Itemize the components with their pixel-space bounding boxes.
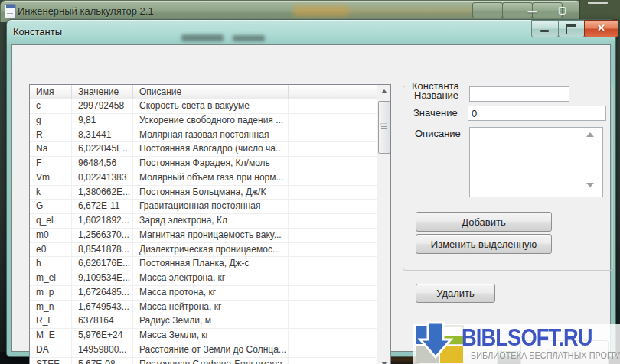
maximize-icon bbox=[566, 24, 576, 34]
cell-value: 6,022045E... bbox=[72, 142, 133, 156]
cell-blank bbox=[289, 358, 377, 364]
blur-blob bbox=[293, 5, 348, 17]
column-header-name[interactable]: Имя bbox=[30, 85, 72, 99]
table-row[interactable]: m_n 1,6749543... Масса нейтрона, кг bbox=[30, 301, 390, 315]
table-row[interactable]: R 8,31441 Молярная газовая постоянная bbox=[30, 128, 390, 143]
cell-desc: Постоянная Планка, Дж-с bbox=[133, 257, 289, 271]
cell-value: 0,02241383 bbox=[72, 171, 133, 185]
column-header-value[interactable]: Значение bbox=[72, 85, 133, 99]
background-window-controls: — ▢ ✕ bbox=[473, 2, 563, 18]
cell-desc: Постоянная Авогадро (число ча... bbox=[133, 142, 289, 156]
cell-value: 299792458 bbox=[72, 99, 133, 113]
table-row[interactable]: G 6,672E-11 Гравитационная постоянная bbox=[30, 200, 390, 214]
biblsoft-logo-icon bbox=[415, 320, 465, 364]
cell-value: 6,626176E... bbox=[72, 257, 133, 271]
cell-value: 6,672E-11 bbox=[72, 200, 133, 213]
cell-value: 1,6726485... bbox=[72, 286, 133, 300]
textarea-scroll-down-icon[interactable] bbox=[586, 183, 594, 187]
watermark-brand-text: BIBLSOFT.RU bbox=[462, 324, 605, 352]
cell-value: 5,67E-08 bbox=[72, 358, 133, 364]
cell-value: 96484,56 bbox=[72, 157, 133, 171]
blurred-menu-item bbox=[181, 34, 224, 41]
cell-desc: Ускорение свободного падения ... bbox=[133, 114, 289, 128]
cell-name: R_E bbox=[30, 314, 72, 328]
column-header-blank[interactable] bbox=[289, 85, 377, 99]
edit-button[interactable]: Изменить выделенную bbox=[416, 234, 552, 254]
cell-blank bbox=[289, 343, 377, 357]
table-row[interactable]: m_p 1,6726485... Масса протона, кг bbox=[30, 286, 390, 301]
cell-blank bbox=[289, 142, 377, 156]
cell-value: 5,976E+24 bbox=[72, 329, 133, 343]
cell-blank bbox=[289, 329, 377, 343]
value-input[interactable] bbox=[468, 106, 606, 121]
cell-blank bbox=[289, 243, 377, 257]
table-row[interactable]: h 6,626176E... Постоянная Планка, Дж-с bbox=[30, 257, 390, 271]
background-window-corner bbox=[579, 0, 620, 19]
dialog-close-button[interactable]: ✕ bbox=[584, 20, 618, 37]
table-row[interactable]: g 9,81 Ускорение свободного падения ... bbox=[30, 114, 390, 128]
delete-button[interactable]: Удалить bbox=[416, 284, 495, 303]
cell-name: m_n bbox=[30, 301, 72, 314]
cell-value: 6378164 bbox=[72, 314, 133, 328]
cell-blank bbox=[289, 301, 377, 314]
textarea-scroll-up-icon[interactable] bbox=[586, 132, 594, 137]
table-row[interactable]: c 299792458 Скорость света в вакууме bbox=[30, 99, 390, 114]
cell-desc: Молярный объем газа при норм... bbox=[133, 171, 289, 185]
blurred-menu-item bbox=[233, 35, 265, 41]
bg-minimize-button[interactable]: — bbox=[472, 2, 503, 18]
cell-desc: Скорость света в вакууме bbox=[133, 99, 289, 113]
watermark-subtitle: БИБЛИОТЕКА БЕСПЛАТНЫХ ПРОГРАММ bbox=[471, 349, 620, 361]
table-row[interactable]: STEF... 5,67E-08 Постоянная Стефена-Боль… bbox=[30, 358, 390, 364]
cell-blank bbox=[289, 314, 377, 328]
table-row[interactable]: m_el 9,109534E... Масса электрона, кг bbox=[30, 271, 390, 286]
background-window-title: Инженерный калькулятор 2.1 bbox=[18, 5, 154, 17]
cell-name: R bbox=[30, 128, 72, 142]
scroll-down-icon[interactable] bbox=[377, 356, 390, 364]
table-body: c 299792458 Скорость света в вакууме g 9… bbox=[30, 99, 390, 364]
constants-table[interactable]: Имя Значение Описание c 299792458 Скорос… bbox=[29, 84, 391, 364]
cell-value: 1,2566370... bbox=[72, 229, 133, 242]
cell-blank bbox=[289, 286, 377, 300]
table-header: Имя Значение Описание bbox=[30, 85, 390, 99]
table-row[interactable]: M_E 5,976E+24 Масса Земли, кг bbox=[30, 329, 390, 343]
cell-blank bbox=[289, 271, 377, 285]
scroll-up-icon[interactable] bbox=[377, 85, 390, 98]
table-row[interactable]: DA 14959800... Расстояние от Земли до Со… bbox=[30, 343, 390, 358]
value-label: Значение bbox=[413, 107, 458, 119]
cell-name: k bbox=[30, 186, 72, 200]
table-row[interactable]: e0 8,8541878... Диэлектрическая проницае… bbox=[30, 243, 390, 258]
cell-blank bbox=[289, 128, 377, 142]
name-input[interactable] bbox=[469, 86, 569, 102]
minimize-icon bbox=[540, 30, 549, 32]
cell-value: 14959800... bbox=[72, 343, 133, 357]
cell-blank bbox=[289, 114, 377, 128]
cell-name: DA bbox=[30, 343, 72, 357]
cell-desc: Молярная газовая постоянная bbox=[133, 128, 289, 142]
calculator-app-icon bbox=[5, 4, 16, 18]
table-row[interactable]: k 1,380662E... Постоянная Больцмана, Дж/… bbox=[30, 186, 390, 200]
table-row[interactable]: Vm 0,02241383 Молярный объем газа при но… bbox=[30, 171, 390, 186]
cell-name: g bbox=[30, 114, 72, 128]
add-button[interactable]: Добавить bbox=[416, 212, 552, 232]
table-vertical-scrollbar[interactable] bbox=[377, 85, 390, 364]
cell-name: c bbox=[30, 99, 72, 113]
scrollbar-thumb[interactable] bbox=[378, 101, 390, 154]
dialog-minimize-button[interactable] bbox=[531, 20, 559, 37]
table-row[interactable]: Na 6,022045E... Постоянная Авогадро (чис… bbox=[30, 142, 390, 157]
table-row[interactable]: R_E 6378164 Радиус Земли, м bbox=[30, 314, 390, 329]
dialog-maximize-button[interactable] bbox=[558, 20, 585, 37]
table-row[interactable]: m0 1,2566370... Магнитная проницаемость … bbox=[30, 229, 390, 243]
column-header-desc[interactable]: Описание bbox=[133, 85, 289, 99]
cell-name: m0 bbox=[30, 229, 72, 242]
cell-desc: Постоянная Стефена-Больцмана bbox=[133, 358, 289, 364]
cell-name: h bbox=[30, 257, 72, 271]
dialog-client-area: Имя Значение Описание c 299792458 Скорос… bbox=[11, 44, 611, 352]
table-row[interactable]: F 96484,56 Постоянная Фарадея, Кл/моль bbox=[30, 157, 390, 171]
cell-blank bbox=[289, 214, 377, 228]
cell-desc: Постоянная Фарадея, Кл/моль bbox=[133, 157, 289, 171]
cell-name: q_el bbox=[30, 214, 72, 228]
cell-blank bbox=[289, 157, 377, 171]
desc-textarea[interactable] bbox=[469, 127, 603, 197]
table-row[interactable]: q_el 1,6021892... Заряд электрона, Кл bbox=[30, 214, 390, 229]
cell-name: M_E bbox=[30, 329, 72, 343]
